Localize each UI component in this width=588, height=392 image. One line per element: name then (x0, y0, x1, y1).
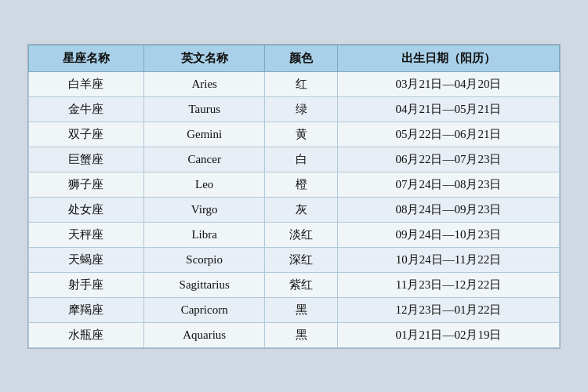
cell-english-name: Virgo (143, 197, 265, 222)
zodiac-table: 星座名称 英文名称 颜色 出生日期（阳历） 白羊座Aries红03月21日—04… (28, 45, 560, 348)
cell-chinese-name: 白羊座 (29, 71, 144, 96)
cell-dates: 04月21日—05月21日 (337, 96, 559, 122)
cell-chinese-name: 巨蟹座 (29, 147, 144, 172)
cell-english-name: Scorpio (143, 247, 265, 272)
cell-chinese-name: 天蝎座 (29, 247, 144, 272)
cell-dates: 03月21日—04月20日 (337, 71, 559, 96)
table-row: 天秤座Libra淡红09月24日—10月23日 (29, 222, 560, 247)
cell-color: 深红 (265, 247, 338, 272)
cell-color: 淡红 (265, 222, 338, 247)
cell-chinese-name: 金牛座 (29, 96, 144, 122)
cell-chinese-name: 处女座 (29, 197, 144, 222)
header-english-name: 英文名称 (143, 45, 265, 71)
cell-dates: 08月24日—09月23日 (337, 197, 559, 222)
cell-chinese-name: 狮子座 (29, 172, 144, 197)
cell-color: 绿 (265, 96, 338, 122)
cell-color: 紫红 (265, 272, 338, 297)
cell-color: 黑 (265, 322, 338, 347)
header-color: 颜色 (265, 45, 338, 71)
cell-english-name: Leo (143, 172, 265, 197)
cell-color: 红 (265, 71, 338, 96)
cell-dates: 05月22日—06月21日 (337, 122, 559, 147)
cell-english-name: Taurus (143, 96, 265, 122)
cell-color: 橙 (265, 172, 338, 197)
table-row: 巨蟹座Cancer白06月22日—07月23日 (29, 147, 560, 172)
table-row: 天蝎座Scorpio深红10月24日—11月22日 (29, 247, 560, 272)
cell-english-name: Aries (143, 71, 265, 96)
cell-english-name: Cancer (143, 147, 265, 172)
cell-color: 黑 (265, 297, 338, 322)
cell-english-name: Aquarius (143, 322, 265, 347)
table-row: 水瓶座Aquarius黑01月21日—02月19日 (29, 322, 560, 347)
cell-chinese-name: 摩羯座 (29, 297, 144, 322)
cell-dates: 01月21日—02月19日 (337, 322, 559, 347)
cell-color: 黄 (265, 122, 338, 147)
header-dates: 出生日期（阳历） (337, 45, 559, 71)
cell-chinese-name: 天秤座 (29, 222, 144, 247)
cell-chinese-name: 射手座 (29, 272, 144, 297)
table-row: 射手座Sagittarius紫红11月23日—12月22日 (29, 272, 560, 297)
table-body: 白羊座Aries红03月21日—04月20日金牛座Taurus绿04月21日—0… (29, 71, 560, 347)
table-row: 处女座Virgo灰08月24日—09月23日 (29, 197, 560, 222)
cell-dates: 07月24日—08月23日 (337, 172, 559, 197)
zodiac-table-container: 星座名称 英文名称 颜色 出生日期（阳历） 白羊座Aries红03月21日—04… (27, 44, 561, 349)
cell-english-name: Libra (143, 222, 265, 247)
table-row: 白羊座Aries红03月21日—04月20日 (29, 71, 560, 96)
header-chinese-name: 星座名称 (29, 45, 144, 71)
table-row: 狮子座Leo橙07月24日—08月23日 (29, 172, 560, 197)
cell-color: 白 (265, 147, 338, 172)
cell-color: 灰 (265, 197, 338, 222)
table-row: 双子座Gemini黄05月22日—06月21日 (29, 122, 560, 147)
cell-dates: 10月24日—11月22日 (337, 247, 559, 272)
cell-english-name: Sagittarius (143, 272, 265, 297)
cell-english-name: Gemini (143, 122, 265, 147)
cell-dates: 11月23日—12月22日 (337, 272, 559, 297)
cell-dates: 12月23日—01月22日 (337, 297, 559, 322)
cell-chinese-name: 双子座 (29, 122, 144, 147)
cell-dates: 09月24日—10月23日 (337, 222, 559, 247)
table-row: 金牛座Taurus绿04月21日—05月21日 (29, 96, 560, 122)
cell-chinese-name: 水瓶座 (29, 322, 144, 347)
cell-dates: 06月22日—07月23日 (337, 147, 559, 172)
table-row: 摩羯座Capricorn黑12月23日—01月22日 (29, 297, 560, 322)
cell-english-name: Capricorn (143, 297, 265, 322)
table-header-row: 星座名称 英文名称 颜色 出生日期（阳历） (29, 45, 560, 71)
